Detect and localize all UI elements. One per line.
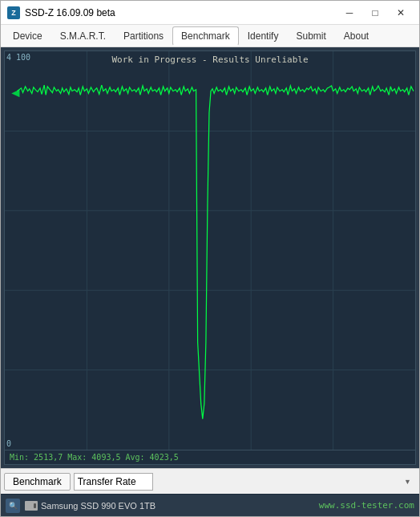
menu-submit[interactable]: Submit xyxy=(287,26,334,46)
status-icon: 🔍 xyxy=(6,499,20,513)
menubar: Device S.M.A.R.T. Partitions Benchmark I… xyxy=(1,25,419,47)
close-button[interactable]: ✕ xyxy=(389,3,413,22)
transfer-rate-select[interactable]: Transfer Rate Sequential Read Sequential… xyxy=(74,473,153,491)
menu-benchmark[interactable]: Benchmark xyxy=(172,26,239,46)
main-window: Z SSD-Z 16.09.09 beta ─ □ ✕ Device S.M.A… xyxy=(0,0,420,517)
app-icon: Z xyxy=(7,6,20,19)
titlebar: Z SSD-Z 16.09.09 beta ─ □ ✕ xyxy=(1,1,419,25)
chart-content: 4 100 Work in Progress - Results Unrelia… xyxy=(1,47,419,468)
chart-wip-label: Work in Progress - Results Unreliable xyxy=(111,55,308,65)
chart-stats-bar: Min: 2513,7 Max: 4093,5 Avg: 4023,5 xyxy=(4,450,416,465)
menu-device[interactable]: Device xyxy=(4,26,51,46)
disk-icon xyxy=(25,501,38,511)
benchmark-button[interactable]: Benchmark xyxy=(4,473,71,491)
minimize-button[interactable]: ─ xyxy=(337,3,361,22)
menu-smart[interactable]: S.M.A.R.T. xyxy=(51,26,115,46)
window-title: SSD-Z 16.09.09 beta xyxy=(25,7,337,18)
website-url: www.ssd-tester.com xyxy=(319,500,414,511)
window-controls: ─ □ ✕ xyxy=(337,3,413,22)
statusbar-disk: Samsung SSD 990 EVO 1TB xyxy=(25,501,314,511)
statusbar: 🔍 Samsung SSD 990 EVO 1TB www.ssd-tester… xyxy=(1,494,419,516)
benchmark-chart xyxy=(5,51,415,450)
controls-bar: Benchmark Transfer Rate Sequential Read … xyxy=(1,468,419,494)
chart-area: 4 100 Work in Progress - Results Unrelia… xyxy=(4,50,416,450)
menu-about[interactable]: About xyxy=(335,26,378,46)
disk-name: Samsung SSD 990 EVO 1TB xyxy=(41,501,155,511)
transfer-rate-wrapper: Transfer Rate Sequential Read Sequential… xyxy=(74,473,416,491)
chart-y-bottom: 0 xyxy=(6,439,11,448)
menu-identify[interactable]: Identify xyxy=(239,26,288,46)
maximize-button[interactable]: □ xyxy=(363,3,387,22)
menu-partitions[interactable]: Partitions xyxy=(115,26,172,46)
chart-stats-text: Min: 2513,7 Max: 4093,5 Avg: 4023,5 xyxy=(10,453,179,462)
